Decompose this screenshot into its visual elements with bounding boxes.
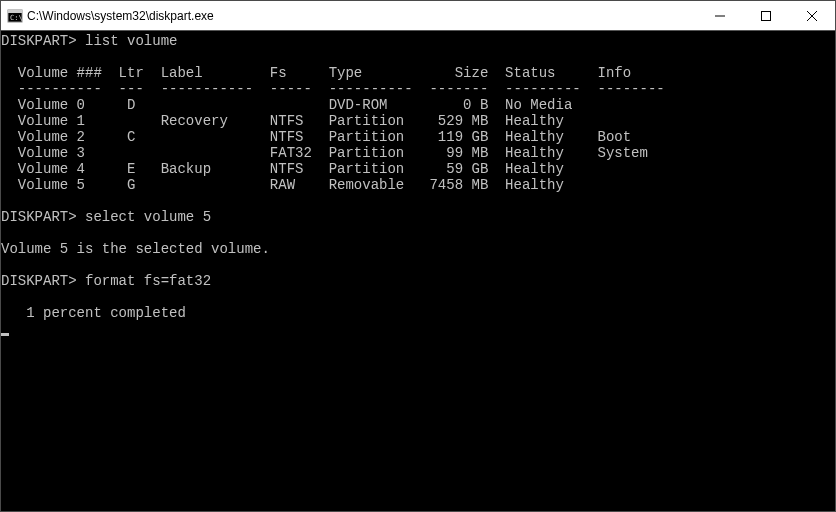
svg-text:C:\: C:\ (10, 14, 23, 22)
terminal-line: DISKPART> format fs=fat32 (1, 273, 835, 289)
window-controls (697, 1, 835, 30)
terminal-line: Volume 5 G RAW Removable 7458 MB Healthy (1, 177, 835, 193)
terminal-line (1, 193, 835, 209)
titlebar[interactable]: C:\ C:\Windows\system32\diskpart.exe (1, 1, 835, 31)
minimize-button[interactable] (697, 1, 743, 30)
terminal-line: ---------- --- ----------- ----- -------… (1, 81, 835, 97)
maximize-button[interactable] (743, 1, 789, 30)
terminal-line: Volume 5 is the selected volume. (1, 241, 835, 257)
window-frame: C:\ C:\Windows\system32\diskpart.exe DIS… (0, 0, 836, 512)
terminal-line (1, 289, 835, 305)
terminal-line (1, 49, 835, 65)
cursor-line (1, 321, 835, 337)
terminal-line: Volume ### Ltr Label Fs Type Size Status… (1, 65, 835, 81)
svg-rect-4 (762, 11, 771, 20)
terminal-line: Volume 3 FAT32 Partition 99 MB Healthy S… (1, 145, 835, 161)
svg-rect-1 (8, 10, 22, 13)
terminal-line: Volume 1 Recovery NTFS Partition 529 MB … (1, 113, 835, 129)
terminal-line: Volume 2 C NTFS Partition 119 GB Healthy… (1, 129, 835, 145)
close-button[interactable] (789, 1, 835, 30)
window-title: C:\Windows\system32\diskpart.exe (27, 9, 697, 23)
terminal-line: DISKPART> list volume (1, 33, 835, 49)
terminal-output[interactable]: DISKPART> list volume Volume ### Ltr Lab… (1, 31, 835, 511)
terminal-cursor (1, 333, 9, 336)
progress-line: 1 percent completed (1, 305, 835, 321)
terminal-line: Volume 0 D DVD-ROM 0 B No Media (1, 97, 835, 113)
terminal-line: DISKPART> select volume 5 (1, 209, 835, 225)
terminal-line (1, 257, 835, 273)
terminal-line: Volume 4 E Backup NTFS Partition 59 GB H… (1, 161, 835, 177)
app-icon: C:\ (7, 8, 23, 24)
terminal-line (1, 225, 835, 241)
